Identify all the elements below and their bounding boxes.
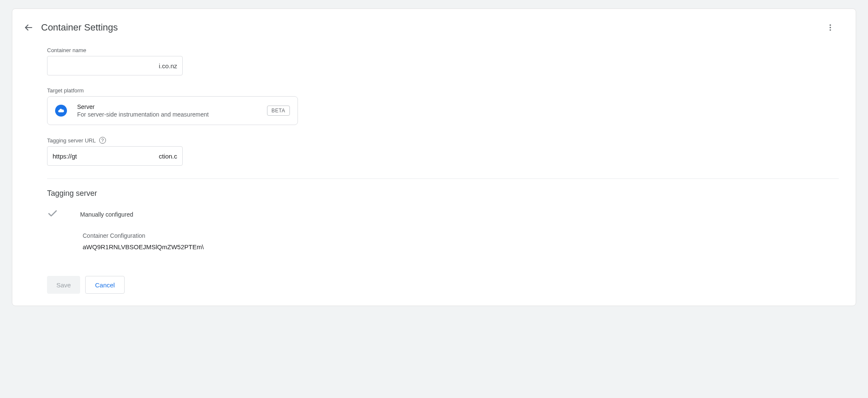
save-button[interactable]: Save (47, 276, 80, 294)
tagging-url-label-text: Tagging server URL (47, 137, 96, 144)
status-row: Manually configured (47, 208, 839, 220)
kebab-icon (826, 23, 835, 32)
platform-title: Server (77, 103, 267, 110)
tagging-url-label: Tagging server URL ? (47, 137, 839, 144)
svg-point-3 (829, 29, 831, 31)
tagging-server-heading: Tagging server (47, 189, 839, 198)
check-icon (47, 208, 58, 220)
target-platform-card[interactable]: Server For server-side instrumentation a… (47, 96, 298, 125)
status-text: Manually configured (80, 211, 133, 218)
container-name-label: Container name (47, 47, 839, 53)
platform-text: Server For server-side instrumentation a… (77, 103, 267, 118)
beta-badge: BETA (267, 106, 290, 116)
settings-card: Container Settings Container name Target… (12, 8, 856, 306)
config-value: aWQ9R1RNLVBSOEJMSlQmZW52PTEm\ (83, 243, 839, 250)
platform-description: For server-side instrumentation and meas… (77, 111, 267, 118)
help-icon[interactable]: ? (99, 137, 106, 144)
container-name-input[interactable] (47, 56, 183, 75)
config-block: Container Configuration aWQ9R1RNLVBSOEJM… (83, 232, 839, 250)
content-area: Container name Target platform Server Fo… (29, 47, 839, 294)
svg-point-2 (829, 27, 831, 28)
config-label: Container Configuration (83, 232, 839, 239)
more-menu-button[interactable] (822, 19, 839, 36)
divider (47, 178, 839, 179)
tagging-url-right: ction.c (159, 153, 177, 160)
tagging-url-input[interactable]: https://gt ction.c (47, 146, 183, 166)
button-row: Save Cancel (47, 276, 839, 294)
cloud-icon (55, 105, 67, 117)
back-button[interactable] (20, 19, 37, 36)
page-title: Container Settings (41, 22, 822, 33)
target-platform-label: Target platform (47, 87, 839, 94)
arrow-left-icon (23, 22, 33, 33)
cancel-button[interactable]: Cancel (85, 276, 125, 294)
svg-point-1 (829, 25, 831, 26)
tagging-url-left: https://gt (53, 153, 77, 160)
header-row: Container Settings (29, 19, 839, 36)
